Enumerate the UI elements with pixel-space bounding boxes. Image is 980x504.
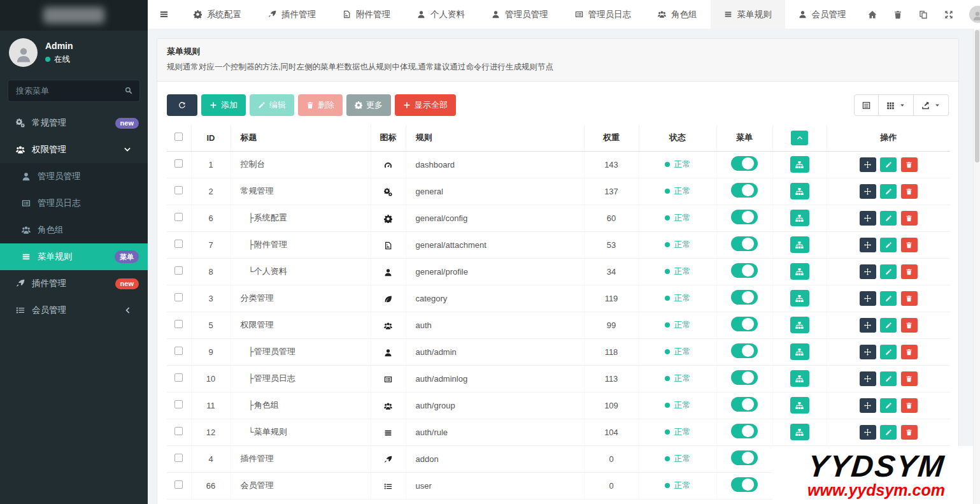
col-weight[interactable]: 权重 [584, 125, 639, 151]
row-checkbox[interactable] [174, 293, 183, 301]
menu-toggle[interactable] [731, 183, 758, 198]
sidebar-item[interactable]: 会员管理 [0, 297, 148, 324]
sitemap-button[interactable] [790, 370, 809, 387]
drag-button[interactable] [860, 264, 876, 279]
drag-button[interactable] [860, 238, 876, 252]
row-checkbox[interactable] [174, 454, 183, 462]
edit-button[interactable] [880, 157, 897, 172]
row-checkbox[interactable] [174, 373, 183, 382]
delete-button[interactable] [901, 238, 918, 252]
edit-button[interactable]: 编辑 [250, 94, 294, 116]
refresh-button[interactable] [167, 94, 197, 116]
row-checkbox[interactable] [174, 213, 183, 221]
sidebar-item[interactable]: 常规管理new [0, 110, 148, 136]
nav-tab[interactable]: 角色组 [644, 0, 711, 29]
edit-button[interactable] [880, 238, 897, 252]
delete-button[interactable] [901, 264, 918, 279]
delete-button[interactable] [901, 318, 918, 333]
menu-toggle[interactable] [731, 477, 758, 492]
export-button[interactable] [914, 94, 949, 116]
delete-button[interactable]: 删除 [298, 94, 343, 116]
columns-button[interactable] [879, 94, 914, 116]
edit-button[interactable] [880, 291, 897, 306]
expand-button[interactable] [936, 0, 962, 29]
nav-tab[interactable]: 插件管理 [255, 0, 329, 29]
nav-tab[interactable]: 会员管理 [785, 0, 860, 29]
edit-button[interactable] [880, 184, 897, 199]
menu-toggle[interactable] [731, 290, 758, 305]
row-checkbox[interactable] [174, 186, 183, 194]
row-checkbox[interactable] [174, 400, 183, 408]
nav-tab[interactable]: 个人资料 [404, 0, 478, 29]
more-button[interactable]: 更多 [346, 94, 391, 116]
delete-button[interactable] [901, 184, 918, 199]
col-id[interactable]: ID [191, 125, 231, 151]
vertical-scrollbar[interactable] [973, 29, 980, 504]
menu-toggle[interactable] [731, 210, 758, 224]
scrollbar-thumb[interactable] [975, 30, 979, 162]
sidebar-toggle-button[interactable] [148, 0, 180, 29]
col-title[interactable]: 标题 [231, 125, 371, 151]
nav-tab[interactable]: 管理员管理 [478, 0, 562, 29]
drag-button[interactable] [860, 345, 876, 359]
delete-button[interactable] [901, 398, 918, 413]
drag-button[interactable] [860, 157, 876, 172]
sitemap-button[interactable] [790, 236, 809, 253]
menu-toggle[interactable] [731, 156, 758, 171]
sitemap-button[interactable] [790, 183, 809, 199]
edit-button[interactable] [880, 425, 897, 440]
drag-button[interactable] [860, 211, 876, 226]
drag-button[interactable] [860, 371, 876, 386]
nav-tab[interactable]: 附件管理 [329, 0, 404, 29]
row-checkbox[interactable] [174, 159, 183, 168]
sidebar-item[interactable]: 角色组 [0, 217, 148, 243]
sidebar-item[interactable]: 管理员管理 [0, 163, 148, 190]
home-button[interactable] [860, 0, 885, 29]
nav-tab[interactable]: 菜单规则 [711, 0, 785, 29]
menu-toggle[interactable] [731, 236, 758, 251]
add-button[interactable]: 添加 [201, 94, 246, 116]
sitemap-button[interactable] [790, 156, 809, 173]
drag-button[interactable] [860, 425, 876, 440]
collapse-all-button[interactable] [791, 131, 808, 145]
drag-button[interactable] [860, 318, 876, 333]
edit-button[interactable] [880, 264, 897, 279]
sitemap-button[interactable] [790, 424, 809, 440]
col-status[interactable]: 状态 [639, 125, 716, 151]
menu-toggle[interactable] [731, 317, 758, 331]
edit-button[interactable] [880, 211, 897, 226]
drag-button[interactable] [860, 398, 876, 413]
menu-toggle[interactable] [731, 424, 758, 438]
user-menu[interactable]: Admin [962, 6, 980, 23]
row-checkbox[interactable] [174, 427, 183, 435]
detail-view-button[interactable] [854, 94, 879, 116]
sitemap-button[interactable] [790, 317, 809, 333]
menu-toggle[interactable] [731, 397, 758, 412]
row-checkbox[interactable] [174, 347, 183, 355]
menu-toggle[interactable] [731, 343, 758, 358]
select-all-checkbox[interactable] [174, 133, 183, 141]
delete-button[interactable] [901, 425, 918, 440]
nav-tab[interactable]: 系统配置 [180, 0, 255, 29]
delete-button[interactable] [901, 157, 918, 172]
sidebar-item[interactable]: 权限管理 [0, 136, 148, 163]
row-checkbox[interactable] [174, 480, 183, 489]
sidebar-item[interactable]: 插件管理new [0, 270, 148, 297]
menu-toggle[interactable] [731, 450, 758, 465]
row-checkbox[interactable] [174, 266, 183, 275]
menu-toggle[interactable] [731, 370, 758, 385]
edit-button[interactable] [880, 318, 897, 333]
drag-button[interactable] [860, 291, 876, 306]
sitemap-button[interactable] [790, 263, 809, 280]
search-icon[interactable] [124, 86, 133, 95]
search-input[interactable] [8, 80, 140, 102]
show-all-button[interactable]: 显示全部 [395, 94, 456, 116]
col-menu[interactable]: 菜单 [716, 125, 772, 151]
nav-tab[interactable]: 管理员日志 [562, 0, 645, 29]
sitemap-button[interactable] [790, 210, 809, 226]
sidebar-item[interactable]: 管理员日志 [0, 190, 148, 217]
trash-button[interactable] [885, 0, 911, 29]
edit-button[interactable] [880, 345, 897, 359]
row-checkbox[interactable] [174, 320, 183, 328]
menu-toggle[interactable] [731, 263, 758, 278]
